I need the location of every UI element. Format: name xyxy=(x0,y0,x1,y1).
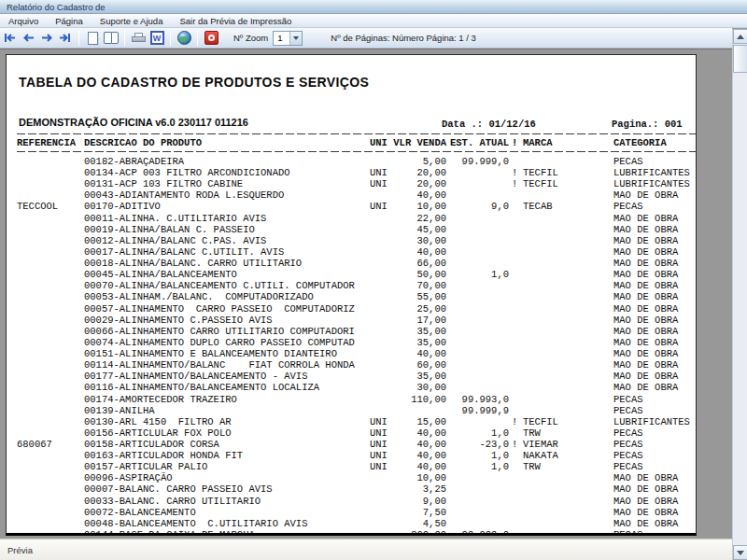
export-pdf-button[interactable] xyxy=(203,30,219,47)
cell-vlr: 40,00 xyxy=(379,348,446,359)
table-row: 00174-AMORTECEDOR TRAZEIRO110,0099.993,0… xyxy=(7,394,697,405)
cell-vlr: 40,00 xyxy=(379,461,446,472)
next-page-icon xyxy=(41,33,53,43)
cell-desc: 00074-ALINHAMENTO DUPLO CARRO PASSEIO CO… xyxy=(84,337,368,348)
last-page-button[interactable] xyxy=(57,30,74,47)
scroll-down-button[interactable] xyxy=(733,545,747,560)
cell-vlr: 66,00 xyxy=(379,258,446,269)
cell-vlr: 60,00 xyxy=(379,359,446,371)
cell-est: 9,0 xyxy=(439,201,509,212)
cell-vlr: 40,00 xyxy=(379,439,446,450)
scrollbar-thumb[interactable] xyxy=(733,45,747,73)
cell-cat: CATEGORIA xyxy=(613,137,697,148)
cell-desc: 00131-ACP 103 FILTRO CABINE xyxy=(84,178,368,189)
cell-desc: 00070-ALINHA/BALANCEAMENTO C.UTILI. COMP… xyxy=(84,280,368,291)
cell-desc: 00007-BALANC. CARRO PASSEIO AVIS xyxy=(84,483,368,495)
single-page-view-button[interactable] xyxy=(84,30,101,47)
cell-cat: MAO DE OBRA xyxy=(613,496,697,507)
cell-vlr: 35,00 xyxy=(379,371,446,382)
cell-flag: ! xyxy=(512,167,521,178)
cell-vlr: 5,00 xyxy=(379,156,446,167)
cell-desc: 00134-ACP 003 FILTRO ARCONDICIONADO xyxy=(84,167,368,178)
two-page-view-button[interactable] xyxy=(103,30,120,47)
cell-est: 1,0 xyxy=(439,450,509,461)
print-button[interactable] xyxy=(130,30,147,47)
cell-marca: TRW xyxy=(523,427,612,439)
web-export-button[interactable] xyxy=(176,30,192,47)
report-table: REFERENCIADESCRICAO DO PRODUTOUNIVLR VEN… xyxy=(7,55,697,536)
cell-desc: 00012-ALINHA/BALANC C.PAS. AVIS xyxy=(84,235,368,246)
cell-cat: MAO DE OBRA xyxy=(613,315,697,326)
cell-cat: MAO DE OBRA xyxy=(613,518,697,529)
zoom-value: 1 xyxy=(274,33,289,43)
table-row: 00018-ALINHA/BALANC. CARRO UTILITARIO66,… xyxy=(7,258,697,269)
cell-desc: 00156-ARTICLULAR FOX POLO xyxy=(84,427,368,439)
table-row: 00029-ALINHAMENTO C.PASSEIO AVIS17,00MAO… xyxy=(7,315,697,326)
cell-cat: MAO DE OBRA xyxy=(613,382,697,393)
cell-vlr: 55,00 xyxy=(379,291,446,302)
cell-desc: 00045-ALINHA/BALANCEAMENTO xyxy=(84,269,368,280)
toolbar-separator xyxy=(78,31,79,46)
cell-cat: LUBRIFICANTES xyxy=(613,167,697,178)
print-icon xyxy=(132,33,146,44)
first-page-button[interactable] xyxy=(1,30,18,47)
cell-desc: 00174-AMORTECEDOR TRAZEIRO xyxy=(84,394,368,405)
arrow-up-icon xyxy=(737,35,744,39)
table-row: 00131-ACP 103 FILTRO CABINEUNI20,00!TECF… xyxy=(7,178,697,189)
cell-marca: TECFIL xyxy=(523,178,612,189)
pdf-export-icon xyxy=(204,31,218,45)
cell-est: EST. ATUAL xyxy=(439,137,509,148)
cell-desc: 00029-ALINHAMENTO C.PASSEIO AVIS xyxy=(84,315,368,326)
table-row: 00096-ASPIRAÇÃO10,00MAO DE OBRA xyxy=(7,472,697,483)
cell-cat: MAO DE OBRA xyxy=(613,258,697,269)
export-word-button[interactable]: W xyxy=(148,30,165,47)
cell-cat: MAO DE OBRA xyxy=(613,189,697,201)
cell-cat: MAO DE OBRA xyxy=(613,326,697,337)
cell-cat: PECAS xyxy=(613,405,697,416)
web-icon xyxy=(177,31,191,45)
table-row: 00048-BALANCEAMENTO C.UTILITARIO AVIS4,5… xyxy=(7,518,697,529)
first-page-icon xyxy=(3,33,16,43)
cell-desc: 00018-ALINHA/BALANC. CARRO UTILITARIO xyxy=(84,258,368,269)
cell-desc: 00011-ALINHA. C.UTILITARIO AVIS xyxy=(84,213,368,224)
cell-desc: 00048-BALANCEAMENTO C.UTILITARIO AVIS xyxy=(84,518,368,529)
cell-flag: ! xyxy=(512,137,521,148)
next-page-button[interactable] xyxy=(38,30,55,47)
cell-vlr: 35,00 xyxy=(379,326,446,337)
cell-cat: MAO DE OBRA xyxy=(613,213,697,224)
table-row: 00066-ALINHAMENTO CARRO UTILITARIO COMPU… xyxy=(7,326,697,337)
report-preview-window: Relatório do Cadastro de ArquivoPáginaSu… xyxy=(0,0,747,560)
cell-vlr: 25,00 xyxy=(379,303,446,315)
zoom-select[interactable]: 1 xyxy=(273,31,303,46)
cell-desc: 00163-ARTICULADOR HONDA FIT xyxy=(84,450,368,461)
cell-desc: 00066-ALINHAMENTO CARRO UTILITARIO COMPU… xyxy=(84,326,368,337)
cell-vlr: 10,00 xyxy=(379,201,446,212)
cell-marca: VIEMAR xyxy=(523,439,612,450)
cell-desc: 00130-ARL 4150 FILTRO AR xyxy=(84,416,368,427)
cell-desc: 00144-BASE DA CAIXA DE MARCHA xyxy=(84,529,368,536)
chevron-down-icon[interactable] xyxy=(289,32,302,45)
menu-item-sair-da-previa-de-impressao[interactable]: Sair da Prévia de Impressão xyxy=(171,14,300,28)
cell-est: 1,0 xyxy=(439,461,509,472)
cell-vlr: 35,00 xyxy=(379,337,446,348)
cell-cat: MAO DE OBRA xyxy=(613,507,697,518)
cell-desc: 00177-ALINHAMENTO/BALANCEAMENTO - AVIS xyxy=(84,371,368,382)
cell-vlr: 300,00 xyxy=(379,529,446,536)
cell-est: 1,0 xyxy=(439,427,509,439)
table-row: 00057-ALINHAMENTO CARRO PASSEIO COMPUTAD… xyxy=(7,303,697,315)
scroll-up-button[interactable] xyxy=(733,29,747,44)
pages-info: Nº de Páginas: Número Página: 1 / 3 xyxy=(331,33,476,43)
menu-item-arquivo[interactable]: Arquivo xyxy=(0,14,47,28)
previous-page-button[interactable] xyxy=(20,30,36,47)
cell-cat: MAO DE OBRA xyxy=(613,348,697,359)
menu-item-pagina[interactable]: Página xyxy=(47,14,92,28)
cell-vlr: 40,00 xyxy=(379,450,446,461)
cell-vlr: 40,00 xyxy=(379,246,446,258)
cell-vlr: 9,00 xyxy=(379,496,446,507)
previous-page-icon xyxy=(22,33,35,43)
menu-item-suporte-e-ajuda[interactable]: Suporte e Ajuda xyxy=(92,14,172,28)
cell-cat: MAO DE OBRA xyxy=(613,359,697,371)
cell-vlr: 10,00 xyxy=(379,472,446,483)
cell-vlr: 7,50 xyxy=(379,507,446,518)
vertical-scrollbar[interactable] xyxy=(732,29,747,560)
